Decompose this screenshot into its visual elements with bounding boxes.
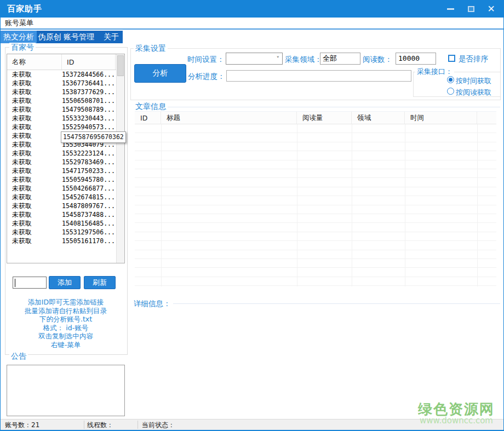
radio-by-reads[interactable] <box>447 88 454 95</box>
accounts-scrollbar[interactable] <box>116 54 124 263</box>
accounts-table[interactable]: 名称 ID 未获取 15372844566... 未获取 15367736441… <box>7 54 125 263</box>
table-row[interactable]: 未获取 15505161170... <box>7 237 124 245</box>
account-name: 未获取 <box>7 140 62 149</box>
table-row[interactable]: 未获取 15458737488... <box>7 210 124 219</box>
account-name: 未获取 <box>7 184 62 193</box>
tab-pseudo-original[interactable]: 伪原创 <box>37 31 62 43</box>
account-name: 未获取 <box>7 79 62 88</box>
analyze-button[interactable]: 分析 <box>134 64 186 83</box>
account-id: 15452674815... <box>62 193 116 202</box>
account-name: 未获取 <box>7 210 62 219</box>
account-name: 未获取 <box>7 193 62 202</box>
status-thread-count: 线程数： <box>87 421 113 430</box>
table-row[interactable]: 未获取 15452674815... <box>7 193 124 202</box>
instruction-line: 格式： id-账号 <box>6 324 125 332</box>
maximize-icon <box>468 6 474 12</box>
account-id: 15506508701... <box>62 96 116 105</box>
add-account-input[interactable] <box>13 277 47 289</box>
account-name: 未获取 <box>7 166 62 175</box>
time-setting-select[interactable]: ˅ <box>226 53 283 65</box>
watermark-site-name: 绿色资源网 <box>418 402 495 417</box>
domain-input[interactable]: 全部 <box>320 53 360 65</box>
articles-column-header[interactable]: 标题 <box>161 112 297 124</box>
status-separator <box>84 421 84 429</box>
sort-checkbox-label: 是否排序 <box>459 54 488 64</box>
table-row[interactable]: 未获取 15367736441... <box>7 79 124 88</box>
accounts-col-id[interactable]: ID <box>62 54 116 70</box>
account-id-tooltip: 1547587695670362 <box>61 131 126 143</box>
window-title: 百家助手 <box>7 4 42 14</box>
table-row[interactable]: 未获取 15533230443... <box>7 114 124 123</box>
menu-item-account[interactable]: 账号菜单 <box>1 18 38 28</box>
grid-line <box>297 124 297 286</box>
tab-hot-analysis[interactable]: 热文分析 <box>1 31 37 43</box>
watermark: 绿色资源网 www.downcc.com <box>418 402 495 426</box>
table-row[interactable]: 未获取 15505945780... <box>7 175 124 184</box>
notice-textarea[interactable] <box>7 365 125 416</box>
menu-bar: 账号菜单 <box>1 18 503 30</box>
reads-label: 阅读数： <box>363 55 392 65</box>
instructions-text: 添加ID即可无需添加链接批量添加请自行粘贴到目录下的分析账号.txt格式： id… <box>6 298 125 349</box>
collect-group-title: 采集设置 <box>134 44 168 53</box>
table-row[interactable]: 未获取 15487809767... <box>7 202 124 210</box>
account-name: 未获取 <box>7 88 62 96</box>
articles-group-line <box>168 107 500 107</box>
api-group-title: 采集接口： <box>415 67 454 76</box>
add-button[interactable]: 添加 <box>49 276 81 289</box>
status-current-state: 当前状态： <box>142 421 175 430</box>
account-id: 15471750233... <box>62 166 116 175</box>
detail-group-line <box>173 303 500 304</box>
account-id: 15504266877... <box>62 184 116 193</box>
accounts-rows: 未获取 15372844566... 未获取 15367736441... 未获… <box>7 70 124 245</box>
table-row[interactable]: 未获取 15532223124... <box>7 149 124 158</box>
account-name: 未获取 <box>7 202 62 210</box>
progress-input[interactable] <box>226 70 411 82</box>
account-name: 未获取 <box>7 123 62 131</box>
table-row[interactable]: 未获取 15531297506... <box>7 228 124 237</box>
radio-by-time[interactable] <box>447 76 454 83</box>
accounts-table-header: 名称 ID <box>7 54 124 70</box>
instruction-line: 批量添加请自行粘贴到目录 <box>6 307 125 315</box>
table-row[interactable]: 未获取 15408156485... <box>7 219 124 228</box>
account-id: 15487809767... <box>62 202 116 210</box>
table-row[interactable]: 未获取 15479508789... <box>7 105 124 114</box>
articles-column-header[interactable]: 领域 <box>352 112 405 124</box>
grid-line <box>477 124 478 286</box>
refresh-button[interactable]: 刷新 <box>84 276 116 289</box>
articles-table-body <box>135 124 496 286</box>
table-row[interactable]: 未获取 15506508701... <box>7 96 124 105</box>
account-name: 未获取 <box>7 228 62 237</box>
table-row[interactable]: 未获取 15504266877... <box>7 184 124 193</box>
grid-line <box>161 124 162 286</box>
sort-checkbox[interactable] <box>448 55 455 62</box>
account-id: 15458737488... <box>62 210 116 219</box>
tab-account-manage[interactable]: 账号管理 <box>62 31 95 43</box>
time-setting-label: 时间设置： <box>187 55 225 65</box>
articles-table[interactable]: ID标题阅读量领域时间 <box>135 111 496 286</box>
account-id: 15372844566... <box>62 70 116 79</box>
account-id: 15408156485... <box>62 219 116 228</box>
scrollbar-thumb[interactable] <box>117 55 124 76</box>
table-row[interactable]: 未获取 15525940573... <box>7 123 124 131</box>
articles-column-header[interactable]: 时间 <box>405 112 477 124</box>
grid-line <box>352 124 352 286</box>
tab-about[interactable]: 关于 <box>95 31 123 43</box>
account-id: 15532223124... <box>62 149 116 158</box>
status-account-count: 账号数：21 <box>5 421 39 430</box>
accounts-col-name[interactable]: 名称 <box>7 54 62 70</box>
maximize-button[interactable] <box>461 0 481 18</box>
articles-column-header[interactable]: 阅读量 <box>297 112 352 124</box>
table-row[interactable]: 未获取 15471750233... <box>7 166 124 175</box>
minimize-icon <box>447 8 454 10</box>
table-row[interactable]: 未获取 15387377629... <box>7 88 124 96</box>
instruction-line: 双击复制选中内容 <box>6 332 125 341</box>
instruction-line: 添加ID即可无需添加链接 <box>6 298 125 307</box>
reads-input[interactable]: 10000 <box>396 53 436 65</box>
progress-label: 分析进度： <box>188 72 225 82</box>
table-row[interactable]: 未获取 15372844566... <box>7 70 124 79</box>
table-row[interactable]: 未获取 15529783469... <box>7 158 124 166</box>
close-button[interactable]: ✕ <box>481 0 501 18</box>
minimize-button[interactable] <box>440 0 461 18</box>
articles-column-header[interactable]: ID <box>135 112 161 124</box>
account-name: 未获取 <box>7 96 62 105</box>
